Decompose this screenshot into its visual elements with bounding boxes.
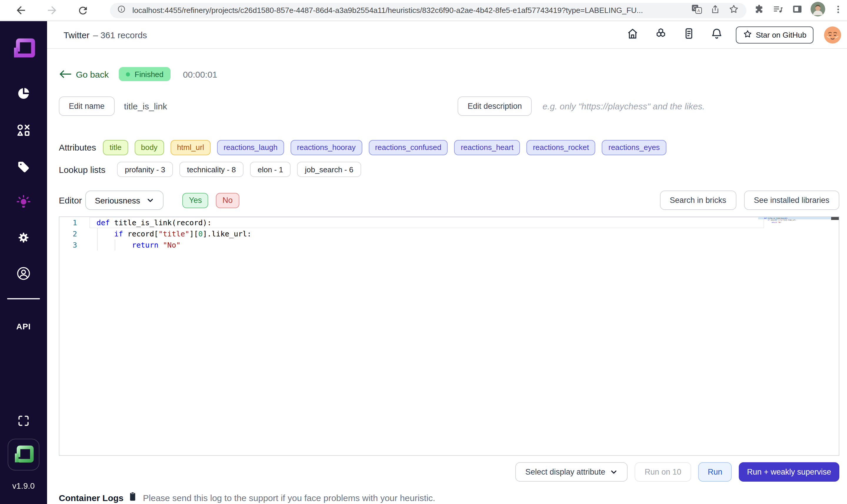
user-avatar-emoji[interactable] — [824, 25, 842, 44]
project-title: Twitter — [64, 30, 89, 40]
notes-icon[interactable] — [682, 27, 695, 42]
sidebar-item-api[interactable]: API — [16, 322, 31, 331]
share-icon[interactable] — [710, 4, 721, 17]
gear-icon — [16, 231, 31, 245]
attributes-label: Attributes — [59, 142, 96, 152]
run-bar: Select display attribute Run on 10 Run R… — [59, 462, 839, 482]
attribute-badge[interactable]: reactions_hooray — [291, 140, 362, 155]
code-editor[interactable]: 1def title_is_link(record):2 if record["… — [59, 216, 839, 456]
browser-forward-icon[interactable] — [46, 4, 58, 16]
browser-reload-icon[interactable] — [77, 4, 89, 16]
sidebar-item-data-browser[interactable] — [16, 160, 31, 176]
sidebar-item-account[interactable] — [16, 266, 31, 284]
search-in-bricks-button[interactable]: Search in bricks — [660, 191, 736, 210]
code-text: if record["title"][0].like_url: — [89, 228, 251, 239]
sidebar-divider — [7, 298, 40, 299]
fullscreen-corners-icon — [17, 414, 30, 428]
go-back-link[interactable]: Go back — [59, 69, 109, 79]
container-logs-title: Container Logs — [59, 493, 124, 503]
user-circle-icon — [16, 266, 31, 281]
editor-scrollbar-thumb[interactable] — [831, 217, 839, 220]
lookup-lists-label: Lookup lists — [59, 164, 105, 174]
shapes-icon — [16, 124, 31, 137]
edit-name-button[interactable]: Edit name — [59, 96, 115, 116]
refinery-logo[interactable] — [11, 37, 36, 62]
pie-chart-icon — [16, 87, 31, 101]
name-row: Edit name title_is_link Edit description… — [59, 96, 839, 116]
attribute-badge[interactable]: title — [103, 140, 128, 155]
tag-icon — [16, 160, 31, 174]
record-count: – 361 records — [93, 30, 147, 40]
back-row: Go back Finished 00:00:01 — [59, 67, 839, 81]
container-logs-hint: Please send this log to the support if y… — [143, 493, 435, 503]
bookmark-star-icon[interactable] — [728, 3, 739, 17]
url-text[interactable]: localhost:4455/refinery/projects/c26d158… — [132, 6, 691, 15]
browser-menu-dots-icon[interactable] — [833, 4, 844, 17]
code-lines: 1def title_is_link(record):2 if record["… — [59, 217, 839, 251]
labeling-task-select[interactable]: Seriousness — [85, 191, 163, 210]
status-dot-icon — [126, 72, 130, 76]
line-number: 1 — [59, 217, 89, 228]
attribute-badge[interactable]: reactions_heart — [454, 140, 520, 155]
home-icon[interactable] — [626, 27, 639, 43]
media-playlist-icon[interactable] — [772, 3, 784, 17]
svg-text:A: A — [697, 8, 700, 13]
attributes-row: Attributes titlebodyhtml_urlreactions_la… — [59, 139, 839, 155]
page: localhost:4455/refinery/projects/c26d158… — [0, 0, 847, 504]
attribute-badge[interactable]: reactions_rocket — [526, 140, 596, 155]
label-chip[interactable]: No — [216, 193, 239, 208]
attribute-badge[interactable]: html_url — [170, 140, 211, 155]
attribute-badge[interactable]: reactions_eyes — [602, 140, 666, 155]
lookup-list-chip[interactable]: technicality - 8 — [179, 162, 244, 177]
site-info-icon[interactable] — [117, 5, 126, 16]
label-chip[interactable]: Yes — [182, 193, 208, 208]
select-display-attribute-dropdown[interactable]: Select display attribute — [515, 462, 628, 482]
left-arrow-icon — [59, 70, 72, 78]
hexagon-cluster-icon[interactable] — [654, 27, 668, 43]
browser-profile-avatar[interactable] — [811, 2, 825, 19]
attribute-badge[interactable]: reactions_laugh — [217, 140, 284, 155]
code-line: 1def title_is_link(record): — [59, 217, 839, 228]
extensions-puzzle-icon[interactable] — [754, 3, 765, 17]
app-header: Twitter – 361 records Star on GitHub — [47, 21, 847, 49]
see-installed-libraries-button[interactable]: See installed libraries — [744, 191, 839, 210]
sidebar-item-overview[interactable] — [16, 87, 31, 103]
address-bar[interactable]: localhost:4455/refinery/projects/c26d158… — [110, 3, 746, 18]
edit-description-button[interactable]: Edit description — [457, 96, 532, 116]
code-text: def title_is_link(record): — [89, 217, 212, 228]
indent-guide — [97, 228, 97, 251]
indent-guide — [114, 239, 115, 251]
sidebar-item-settings[interactable] — [16, 231, 31, 247]
sidebar-item-fullscreen[interactable] — [17, 414, 30, 430]
lookup-lists-row: Lookup lists profanity - 3technicality -… — [59, 162, 839, 177]
attribute-badge[interactable]: reactions_confused — [368, 140, 448, 155]
minimap-line: def title_is_link(record): — [764, 217, 833, 219]
run-weakly-supervise-button[interactable]: Run + weakly supervise — [739, 462, 839, 482]
refinery-green-logo[interactable] — [8, 439, 39, 470]
bell-icon[interactable] — [710, 27, 723, 43]
browser-toolbar: localhost:4455/refinery/projects/c26d158… — [0, 0, 847, 21]
status-badge: Finished — [119, 67, 170, 81]
chevron-down-icon — [146, 196, 154, 204]
minimap-line: return "No" — [764, 221, 833, 223]
side-panel-icon[interactable] — [792, 3, 803, 17]
attribute-badge[interactable]: body — [134, 140, 164, 155]
sidebar: API v1.9.0 — [0, 21, 47, 504]
run-button[interactable]: Run — [699, 462, 732, 482]
minimap-line: if record["title"][0].like_url: — [764, 219, 833, 221]
star-on-github-button[interactable]: Star on GitHub — [736, 26, 813, 43]
sidebar-item-labeling[interactable] — [16, 124, 31, 139]
lookup-list-chip[interactable]: profanity - 3 — [117, 162, 173, 177]
browser-back-icon[interactable] — [15, 4, 27, 16]
editor-minimap[interactable]: def title_is_link(record): if record["ti… — [764, 217, 833, 455]
lookup-list-chip[interactable]: elon - 1 — [250, 162, 291, 177]
version-label: v1.9.0 — [12, 481, 35, 490]
clipboard-icon — [128, 492, 137, 504]
lookup-list-chip[interactable]: job_search - 6 — [297, 162, 361, 177]
editor-label: Editor — [59, 195, 82, 205]
line-number: 2 — [59, 228, 89, 239]
sidebar-item-heuristics-active[interactable] — [16, 195, 31, 213]
description-placeholder: e.g. only "https://playchess" and the li… — [543, 101, 705, 111]
run-on-10-button[interactable]: Run on 10 — [635, 462, 691, 482]
translate-icon[interactable]: GA — [691, 3, 702, 17]
